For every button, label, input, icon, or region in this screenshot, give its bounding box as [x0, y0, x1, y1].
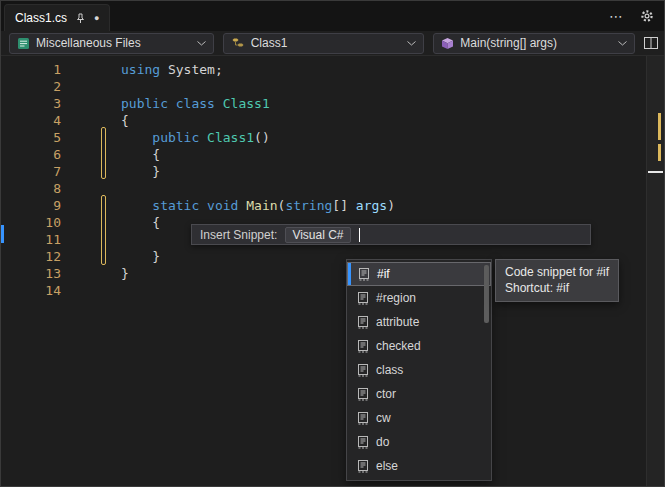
code-text	[61, 78, 121, 95]
completion-item[interactable]: else	[347, 454, 491, 478]
gear-icon[interactable]	[640, 9, 654, 23]
code-line[interactable]: 7 }	[1, 163, 646, 180]
text-caret	[359, 228, 360, 242]
tab-class1[interactable]: Class1.cs ●	[4, 4, 110, 31]
line-number: 12	[1, 248, 61, 265]
scrollbar-change-mark	[658, 144, 661, 161]
completion-item[interactable]: ctor	[347, 382, 491, 406]
completion-scrollbar[interactable]	[484, 263, 489, 477]
completion-items: #if#regionattributecheckedclassctorcwdoe…	[347, 262, 491, 478]
completion-item[interactable]: #region	[347, 286, 491, 310]
selection-accent	[347, 430, 350, 454]
code-line[interactable]: 3public class Class1	[1, 95, 646, 112]
chevron-down-icon	[197, 41, 206, 46]
code-text: {	[61, 112, 129, 129]
snippet-language-chip[interactable]: Visual C#	[285, 227, 350, 243]
selection-accent	[347, 454, 350, 478]
code-line[interactable]: 5 public Class1()	[1, 129, 646, 146]
snippet-icon	[356, 459, 370, 473]
chevron-down-icon	[407, 41, 416, 46]
completion-item[interactable]: class	[347, 358, 491, 382]
completion-item[interactable]: do	[347, 430, 491, 454]
selection-accent	[347, 334, 350, 358]
method-icon	[441, 37, 454, 50]
completion-item[interactable]: checked	[347, 334, 491, 358]
selection-accent	[348, 263, 351, 285]
code-text: public Class1()	[61, 129, 270, 146]
code-text: }	[61, 248, 160, 265]
line-number: 1	[1, 61, 61, 78]
snippet-icon	[356, 315, 370, 329]
tooltip-shortcut: Shortcut: #if	[505, 280, 609, 296]
code-text: public class Class1	[61, 95, 270, 112]
selection-accent	[347, 310, 350, 334]
member-dropdown[interactable]: Main(string[] args)	[433, 33, 635, 54]
line-number: 3	[1, 95, 61, 112]
line-number: 4	[1, 112, 61, 129]
code-line[interactable]: 1using System;	[1, 61, 646, 78]
line-number: 13	[1, 265, 61, 282]
tab-title: Class1.cs	[15, 11, 67, 25]
completion-item-label: class	[376, 363, 403, 377]
completion-item[interactable]: #if	[347, 262, 491, 286]
code-line[interactable]: 2	[1, 78, 646, 95]
tooltip-description: Code snippet for #if	[505, 264, 609, 280]
snippet-icon	[356, 387, 370, 401]
snippet-icon	[356, 411, 370, 425]
selection-accent	[347, 286, 350, 310]
line-number: 11	[1, 231, 61, 248]
line-number: 10	[1, 214, 61, 231]
code-text: }	[61, 265, 129, 282]
completion-item[interactable]: attribute	[347, 310, 491, 334]
change-tracking-bar	[101, 127, 106, 179]
insert-snippet-popup: Insert Snippet: Visual C#	[191, 224, 591, 245]
file-icon	[17, 37, 30, 50]
caret-line-marker	[1, 225, 4, 243]
navigation-bar: Miscellaneous Files Class1 Main(string[]…	[1, 31, 664, 56]
selection-accent	[347, 382, 350, 406]
code-text: {	[61, 146, 160, 163]
tab-bar: Class1.cs ● ⋯	[1, 1, 664, 31]
code-line[interactable]: 9 static void Main(string[] args)	[1, 197, 646, 214]
project-dropdown[interactable]: Miscellaneous Files	[9, 33, 214, 54]
completion-item-label: checked	[376, 339, 421, 353]
class-dropdown-label: Class1	[251, 36, 402, 50]
change-tracking-bar	[101, 195, 106, 265]
pin-icon[interactable]	[75, 13, 86, 24]
code-line[interactable]: 8	[1, 180, 646, 197]
snippet-tooltip: Code snippet for #if Shortcut: #if	[495, 259, 619, 302]
code-text: using System;	[61, 61, 223, 78]
snippet-icon	[356, 435, 370, 449]
code-line[interactable]: 4{	[1, 112, 646, 129]
code-text	[61, 180, 121, 197]
code-text: {	[61, 214, 160, 231]
tab-overflow-button[interactable]: ⋯	[609, 8, 624, 24]
member-dropdown-label: Main(string[] args)	[460, 36, 612, 50]
code-text: }	[61, 163, 160, 180]
scrollbar-change-mark	[658, 113, 661, 140]
selection-accent	[347, 406, 350, 430]
snippet-icon	[357, 267, 371, 281]
snippet-icon	[356, 339, 370, 353]
code-editor[interactable]: 1using System;23public class Class14{5 p…	[1, 56, 664, 486]
insert-snippet-label: Insert Snippet:	[200, 228, 277, 242]
class-dropdown[interactable]: Class1	[223, 33, 425, 54]
line-number: 5	[1, 129, 61, 146]
completion-item-label: cw	[376, 411, 391, 425]
completion-item-label: ctor	[376, 387, 396, 401]
class-icon	[231, 37, 245, 49]
snippet-completion-list: #if#regionattributecheckedclassctorcwdoe…	[346, 259, 492, 481]
completion-scrollbar-thumb[interactable]	[484, 265, 489, 323]
completion-item-label: do	[376, 435, 389, 449]
split-editor-button[interactable]	[644, 37, 658, 49]
snippet-icon	[356, 363, 370, 377]
snippet-icon	[356, 291, 370, 305]
completion-item[interactable]: cw	[347, 406, 491, 430]
editor-scrollbar[interactable]	[646, 56, 664, 486]
line-number: 6	[1, 146, 61, 163]
line-number: 14	[1, 282, 61, 299]
vs-editor-window: Class1.cs ● ⋯ Miscellaneous Files	[0, 0, 665, 487]
line-number: 8	[1, 180, 61, 197]
selection-accent	[347, 358, 350, 382]
code-line[interactable]: 6 {	[1, 146, 646, 163]
